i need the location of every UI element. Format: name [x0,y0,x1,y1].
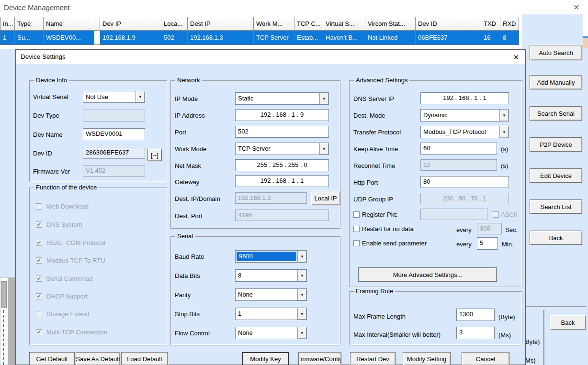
restart-no-data-checkbox[interactable]: ✔ [353,226,360,232]
baud-rate-select[interactable]: 9600 ▼ [235,250,307,263]
dev-type-label: Dev Type [33,112,59,119]
port-label: Port [175,129,186,136]
dest-mode-select[interactable]: Dynamic ▼ [420,109,509,122]
gateway-label: Gateway [175,178,199,186]
cell-name: WSDEV00... [44,31,94,44]
col-header-vircom-stat[interactable]: Vircom Stat... [365,17,416,31]
max-frame-field[interactable]: 1300 [456,309,495,321]
col-header-local-port[interactable]: Loca... [161,17,188,31]
reconnet-time-label: Reconnet Time [353,162,395,169]
data-bits-select[interactable]: 8 ▼ [235,269,307,282]
back-button-lower[interactable]: Back [550,315,586,330]
add-manually-button[interactable]: Add Manually [530,75,582,89]
modify-key-button[interactable]: Modify Key [242,352,289,365]
left-panel-fragment [8,277,15,365]
col-header-dest-ip[interactable]: Dest IP [188,17,254,31]
local-ip-button[interactable]: Local IP [311,191,340,205]
transfer-protocol-select[interactable]: Modbus_TCP Protocol ▼ [420,126,509,138]
max-interval-field[interactable]: 3 [456,327,495,339]
search-serial-button[interactable]: Search Serial [530,106,582,121]
chevron-down-icon[interactable]: ▼ [297,308,306,320]
parity-select[interactable]: None ▼ [235,288,307,301]
col-header-type[interactable]: Type [15,17,44,31]
dhcp-support-label: DHCP Support [46,293,88,300]
col-header-txd[interactable]: TXD [481,17,500,31]
chevron-down-icon[interactable]: ▼ [499,126,509,138]
max-interval-unit: (Ms) [498,332,511,339]
dest-port-field: 4196 [235,210,329,221]
col-header-dev-ip[interactable]: Dev IP [100,17,161,31]
more-advanced-settings-button[interactable]: More Advaced Settings... [358,267,497,282]
col-header-name[interactable]: Name [44,17,94,31]
chevron-down-icon[interactable]: ▼ [136,91,145,102]
col-header-rxd[interactable]: RXD [500,17,519,31]
work-mode-select[interactable]: TCP Server ▼ [235,143,329,155]
port-field[interactable]: 502 [235,126,329,138]
save-as-default-button[interactable]: Save As Default [76,352,120,365]
auto-search-button[interactable]: Auto Search [530,45,582,60]
ip-address-field[interactable]: 192 . 168 . 1 . 9 [235,109,329,121]
p2p-device-button[interactable]: P2P Device [530,137,582,152]
baud-rate-label: Baud Rate [175,253,204,260]
ip-mode-select[interactable]: Static ▼ [235,92,329,105]
max-frame-unit: (Byte) [498,313,515,321]
chevron-down-icon[interactable]: ▼ [319,93,328,104]
net-mask-field[interactable]: 255 . 255 . 255 . 0 [235,159,329,171]
dev-id-expand-button[interactable]: [--] [147,149,162,161]
enable-send-param-label: Enable send parameter [362,240,427,247]
col-header-work-mode[interactable]: Work M... [254,17,294,31]
dev-id-label: Dev ID [33,150,52,157]
register-pkt-checkbox[interactable]: ✔ [353,211,360,218]
col-header-spacer[interactable] [94,17,100,31]
chevron-down-icon[interactable]: ▼ [297,327,306,339]
edit-device-button[interactable]: Edit Device [530,168,582,183]
chevron-down-icon[interactable]: ▼ [297,251,306,262]
col-header-virtual-s[interactable]: Virtual S... [323,17,365,31]
cell-work-mode: TCP Server [254,31,294,44]
gateway-field[interactable]: 192 . 168 . 1 . 1 [235,175,329,187]
bg-panel-edge-v [543,310,544,365]
http-port-field[interactable]: 80 [420,176,509,188]
chevron-down-icon[interactable]: ▼ [297,270,306,281]
cell-txd: 16 [481,31,500,44]
keep-alive-field[interactable]: 60 [420,143,497,155]
cancel-button[interactable]: Cancel [462,352,509,365]
send-param-minutes-field[interactable]: 5 [477,237,498,250]
cell-dev-ip: 192.168.1.9 [100,31,161,44]
close-icon[interactable]: ✕ [570,1,583,13]
enable-send-param-checkbox[interactable]: ✔ [353,240,360,246]
chevron-down-icon[interactable]: ▼ [319,143,328,155]
scrollbar-thumb[interactable] [1,281,7,308]
get-default-button[interactable]: Get Default [29,352,75,365]
restart-dev-button[interactable]: Restart Dev [350,352,396,365]
stop-bits-select[interactable]: 1 ▼ [235,308,307,320]
transfer-protocol-label: Transfer Protocol [353,129,401,136]
right-edge-peach [583,38,588,48]
chevron-down-icon[interactable]: ▼ [499,110,509,121]
dialog-titlebar[interactable] [16,50,525,64]
dialog-close-icon[interactable]: ✕ [510,52,522,63]
col-header-tcp-conn[interactable]: TCP C... [294,17,323,31]
dns-server-field[interactable]: 192 . 168 . 1 . 1 [420,92,509,104]
cell-dest-ip: 192.168.1.3 [188,31,254,44]
load-default-button[interactable]: Load Default [121,352,168,365]
firmware-config-button[interactable]: Firmware/Config [298,352,341,365]
back-button[interactable]: Back [530,231,582,245]
table-row[interactable]: 1 Su... WSDEV00... 192.168.1.9 502 192.1… [0,31,519,44]
modify-setting-button[interactable]: Modify Setting [403,352,451,365]
right-edge-strip [583,14,588,365]
bg-byte-fragment: Byte) [525,338,540,345]
flow-control-select[interactable]: None ▼ [235,327,307,339]
send-param-unit-label: Min. [502,241,514,248]
chevron-down-icon[interactable]: ▼ [297,289,306,300]
window-title: Device Management [4,3,70,11]
col-header-index[interactable]: In... [0,17,15,31]
device-table: In... Type Name Dev IP Loca... Dest IP W… [0,17,519,45]
dev-name-field[interactable]: WSDEV0001 [83,128,145,140]
serial-command-checkbox: ✔ [36,276,42,282]
search-list-button[interactable]: Search List [530,199,582,214]
col-header-dev-id[interactable]: Dev ID [416,17,481,31]
bg-panel-edge-h [526,306,586,307]
functions-legend: Function of the device [34,184,99,191]
virtual-serial-select[interactable]: Not Use ▼ [83,91,145,103]
